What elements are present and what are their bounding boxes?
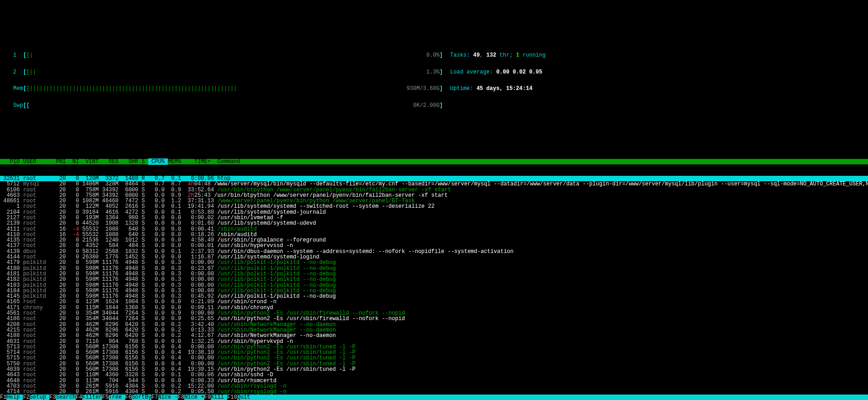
mem-val: 930M/3.68G bbox=[407, 85, 440, 92]
footer-bar[interactable]: F1Help F2Setup F3SearchF4FilterF5Tree F6… bbox=[0, 395, 868, 400]
footer-action[interactable]: Kill bbox=[211, 394, 227, 400]
footer-key: F1 bbox=[0, 394, 6, 400]
footer-key: F10 bbox=[227, 394, 237, 400]
running-count: 1 bbox=[516, 52, 519, 58]
cpu2-val: 1.3% bbox=[426, 69, 440, 75]
footer-action[interactable]: Help bbox=[6, 394, 23, 400]
footer-action[interactable]: Nice - bbox=[158, 394, 178, 400]
load-values: 0.00 0.02 0.05 bbox=[496, 69, 543, 75]
mem-bar-open: [ bbox=[23, 85, 26, 92]
footer-key: F8 bbox=[178, 394, 184, 400]
mem-label: Mem bbox=[13, 85, 23, 92]
footer-key: F3 bbox=[49, 394, 56, 400]
footer-action[interactable]: Tree bbox=[109, 394, 125, 400]
cpu1-val: 0.0% bbox=[426, 52, 440, 58]
tasks-count: 49 bbox=[473, 52, 479, 58]
footer-action[interactable]: Setup bbox=[30, 394, 49, 400]
cpu2-label: 2 bbox=[13, 69, 16, 75]
header-summary: 1 [[| 2 [[|| Mem[[||||||||||||| bbox=[0, 22, 868, 131]
footer-key: F6 bbox=[125, 394, 132, 400]
swp-label: Swp bbox=[13, 102, 23, 109]
swp-val: 0K/2.00G bbox=[413, 102, 440, 109]
footer-action[interactable]: Search bbox=[56, 394, 75, 400]
footer-action[interactable]: Nice + bbox=[184, 394, 204, 400]
cpu2-bar-open: [ bbox=[23, 69, 26, 75]
load-label: Load average: bbox=[450, 69, 496, 75]
swp-bar-open: [ bbox=[23, 102, 26, 109]
column-header[interactable]: PID USER PRI NI VIRT RES SHR S CPU% MEM%… bbox=[0, 159, 868, 164]
cpu1-bar: [| bbox=[27, 52, 290, 58]
footer-key: F9 bbox=[204, 394, 211, 400]
cpu1-bar-open: [ bbox=[23, 52, 26, 58]
uptime-label: Uptime: bbox=[450, 85, 477, 92]
tasks-label: Tasks: bbox=[450, 52, 473, 58]
footer-key: F4 bbox=[76, 394, 82, 400]
uptime-value: 45 days, 15:24:14 bbox=[476, 85, 532, 92]
cpu2-bar: [|| bbox=[27, 69, 290, 75]
footer-action[interactable]: Quit bbox=[237, 394, 254, 400]
footer-key: F2 bbox=[23, 394, 29, 400]
thr-count: 132 bbox=[486, 52, 496, 58]
footer-action[interactable]: SortBy bbox=[132, 394, 151, 400]
cpu1-label: 1 bbox=[13, 52, 16, 58]
footer-action[interactable]: Filter bbox=[82, 394, 102, 400]
footer-key: F7 bbox=[151, 394, 158, 400]
swp-bar: [ bbox=[27, 102, 290, 109]
process-list[interactable]: 32631 root 20 0 120M 3372 1488 R 0.7 0.1… bbox=[0, 176, 868, 400]
footer-key: F5 bbox=[102, 394, 108, 400]
mem-bar: [|||||||||||||||||||||||||||||||||||||||… bbox=[27, 85, 290, 92]
